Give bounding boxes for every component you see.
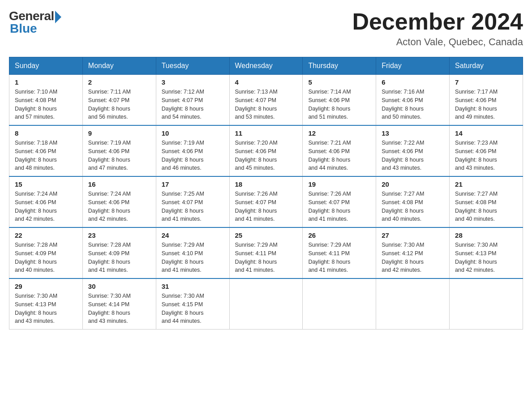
day-info: Sunrise: 7:11 AM Sunset: 4:07 PM Dayligh…	[88, 88, 150, 121]
day-number: 7	[455, 78, 517, 86]
calendar-cell: 18 Sunrise: 7:26 AM Sunset: 4:07 PM Dayl…	[229, 176, 303, 227]
day-number: 23	[88, 231, 150, 239]
header-thursday: Thursday	[303, 57, 376, 75]
header-monday: Monday	[82, 57, 156, 75]
title-section: December 2024 Acton Vale, Quebec, Canada	[352, 9, 523, 48]
day-number: 8	[15, 129, 77, 137]
header-tuesday: Tuesday	[156, 57, 229, 75]
day-number: 10	[162, 129, 224, 137]
day-info: Sunrise: 7:30 AM Sunset: 4:13 PM Dayligh…	[15, 292, 77, 325]
calendar-cell: 13 Sunrise: 7:22 AM Sunset: 4:06 PM Dayl…	[376, 125, 450, 176]
day-number: 30	[88, 283, 150, 290]
calendar-cell: 6 Sunrise: 7:16 AM Sunset: 4:06 PM Dayli…	[376, 75, 450, 126]
calendar-cell: 21 Sunrise: 7:27 AM Sunset: 4:08 PM Dayl…	[450, 176, 523, 227]
calendar-cell: 16 Sunrise: 7:24 AM Sunset: 4:06 PM Dayl…	[82, 176, 156, 227]
day-number: 5	[308, 78, 370, 86]
day-number: 25	[235, 231, 297, 239]
week-row-5: 29 Sunrise: 7:30 AM Sunset: 4:13 PM Dayl…	[9, 278, 523, 330]
month-title: December 2024	[352, 9, 523, 34]
day-info: Sunrise: 7:21 AM Sunset: 4:06 PM Dayligh…	[308, 139, 370, 172]
day-info: Sunrise: 7:16 AM Sunset: 4:06 PM Dayligh…	[382, 88, 444, 121]
day-info: Sunrise: 7:19 AM Sunset: 4:06 PM Dayligh…	[88, 139, 150, 172]
day-number: 11	[235, 129, 297, 137]
calendar-cell: 3 Sunrise: 7:12 AM Sunset: 4:07 PM Dayli…	[156, 75, 229, 126]
day-number: 17	[162, 180, 224, 188]
day-number: 20	[382, 180, 444, 188]
day-info: Sunrise: 7:12 AM Sunset: 4:07 PM Dayligh…	[162, 88, 224, 121]
day-number: 4	[235, 78, 297, 86]
day-info: Sunrise: 7:27 AM Sunset: 4:08 PM Dayligh…	[455, 190, 517, 223]
calendar-cell: 15 Sunrise: 7:24 AM Sunset: 4:06 PM Dayl…	[9, 176, 83, 227]
page-header: General Blue December 2024 Acton Vale, Q…	[9, 9, 523, 48]
calendar-header-row: SundayMondayTuesdayWednesdayThursdayFrid…	[9, 57, 523, 75]
day-number: 15	[15, 180, 77, 188]
week-row-1: 1 Sunrise: 7:10 AM Sunset: 4:08 PM Dayli…	[9, 75, 523, 126]
calendar-cell: 5 Sunrise: 7:14 AM Sunset: 4:06 PM Dayli…	[303, 75, 376, 126]
day-info: Sunrise: 7:30 AM Sunset: 4:15 PM Dayligh…	[162, 292, 224, 325]
calendar-cell: 17 Sunrise: 7:25 AM Sunset: 4:07 PM Dayl…	[156, 176, 229, 227]
day-info: Sunrise: 7:27 AM Sunset: 4:08 PM Dayligh…	[382, 190, 444, 223]
calendar-cell: 23 Sunrise: 7:28 AM Sunset: 4:09 PM Dayl…	[82, 227, 156, 278]
calendar-cell: 29 Sunrise: 7:30 AM Sunset: 4:13 PM Dayl…	[9, 278, 83, 330]
day-number: 21	[455, 180, 517, 188]
day-number: 6	[382, 78, 444, 86]
calendar-cell: 4 Sunrise: 7:13 AM Sunset: 4:07 PM Dayli…	[229, 75, 303, 126]
day-number: 14	[455, 129, 517, 137]
calendar-cell: 27 Sunrise: 7:30 AM Sunset: 4:12 PM Dayl…	[376, 227, 450, 278]
logo-blue-text: Blue	[10, 21, 37, 36]
calendar-cell: 26 Sunrise: 7:29 AM Sunset: 4:11 PM Dayl…	[303, 227, 376, 278]
day-number: 27	[382, 231, 444, 239]
day-info: Sunrise: 7:30 AM Sunset: 4:14 PM Dayligh…	[88, 292, 150, 325]
calendar-cell: 20 Sunrise: 7:27 AM Sunset: 4:08 PM Dayl…	[376, 176, 450, 227]
day-info: Sunrise: 7:23 AM Sunset: 4:06 PM Dayligh…	[455, 139, 517, 172]
calendar-cell	[303, 278, 376, 330]
calendar-cell: 19 Sunrise: 7:26 AM Sunset: 4:07 PM Dayl…	[303, 176, 376, 227]
day-number: 2	[88, 78, 150, 86]
calendar-cell: 7 Sunrise: 7:17 AM Sunset: 4:06 PM Dayli…	[450, 75, 523, 126]
day-number: 22	[15, 231, 77, 239]
day-number: 19	[308, 180, 370, 188]
day-info: Sunrise: 7:22 AM Sunset: 4:06 PM Dayligh…	[382, 139, 444, 172]
calendar-cell	[376, 278, 450, 330]
day-info: Sunrise: 7:14 AM Sunset: 4:06 PM Dayligh…	[308, 88, 370, 121]
day-info: Sunrise: 7:25 AM Sunset: 4:07 PM Dayligh…	[162, 190, 224, 223]
header-friday: Friday	[376, 57, 450, 75]
calendar-cell: 11 Sunrise: 7:20 AM Sunset: 4:06 PM Dayl…	[229, 125, 303, 176]
day-info: Sunrise: 7:24 AM Sunset: 4:06 PM Dayligh…	[15, 190, 77, 223]
day-number: 13	[382, 129, 444, 137]
week-row-2: 8 Sunrise: 7:18 AM Sunset: 4:06 PM Dayli…	[9, 125, 523, 176]
day-number: 18	[235, 180, 297, 188]
calendar-cell: 12 Sunrise: 7:21 AM Sunset: 4:06 PM Dayl…	[303, 125, 376, 176]
day-info: Sunrise: 7:19 AM Sunset: 4:06 PM Dayligh…	[162, 139, 224, 172]
header-sunday: Sunday	[9, 57, 83, 75]
day-info: Sunrise: 7:29 AM Sunset: 4:10 PM Dayligh…	[162, 241, 224, 274]
calendar-cell: 2 Sunrise: 7:11 AM Sunset: 4:07 PM Dayli…	[82, 75, 156, 126]
calendar-table: SundayMondayTuesdayWednesdayThursdayFrid…	[9, 57, 523, 330]
day-info: Sunrise: 7:10 AM Sunset: 4:08 PM Dayligh…	[15, 88, 77, 121]
calendar-cell: 24 Sunrise: 7:29 AM Sunset: 4:10 PM Dayl…	[156, 227, 229, 278]
day-number: 3	[162, 78, 224, 86]
day-number: 29	[15, 283, 77, 290]
week-row-4: 22 Sunrise: 7:28 AM Sunset: 4:09 PM Dayl…	[9, 227, 523, 278]
day-info: Sunrise: 7:29 AM Sunset: 4:11 PM Dayligh…	[308, 241, 370, 274]
calendar-cell: 25 Sunrise: 7:29 AM Sunset: 4:11 PM Dayl…	[229, 227, 303, 278]
day-number: 1	[15, 78, 77, 86]
calendar-cell: 28 Sunrise: 7:30 AM Sunset: 4:13 PM Dayl…	[450, 227, 523, 278]
day-info: Sunrise: 7:24 AM Sunset: 4:06 PM Dayligh…	[88, 190, 150, 223]
day-info: Sunrise: 7:29 AM Sunset: 4:11 PM Dayligh…	[235, 241, 297, 274]
day-number: 28	[455, 231, 517, 239]
calendar-cell	[450, 278, 523, 330]
calendar-cell: 14 Sunrise: 7:23 AM Sunset: 4:06 PM Dayl…	[450, 125, 523, 176]
day-number: 31	[162, 283, 224, 290]
day-number: 26	[308, 231, 370, 239]
calendar-cell	[229, 278, 303, 330]
calendar-cell: 30 Sunrise: 7:30 AM Sunset: 4:14 PM Dayl…	[82, 278, 156, 330]
header-saturday: Saturday	[450, 57, 523, 75]
day-number: 9	[88, 129, 150, 137]
calendar-cell: 9 Sunrise: 7:19 AM Sunset: 4:06 PM Dayli…	[82, 125, 156, 176]
day-info: Sunrise: 7:26 AM Sunset: 4:07 PM Dayligh…	[308, 190, 370, 223]
day-info: Sunrise: 7:20 AM Sunset: 4:06 PM Dayligh…	[235, 139, 297, 172]
day-info: Sunrise: 7:26 AM Sunset: 4:07 PM Dayligh…	[235, 190, 297, 223]
day-info: Sunrise: 7:17 AM Sunset: 4:06 PM Dayligh…	[455, 88, 517, 121]
day-info: Sunrise: 7:13 AM Sunset: 4:07 PM Dayligh…	[235, 88, 297, 121]
